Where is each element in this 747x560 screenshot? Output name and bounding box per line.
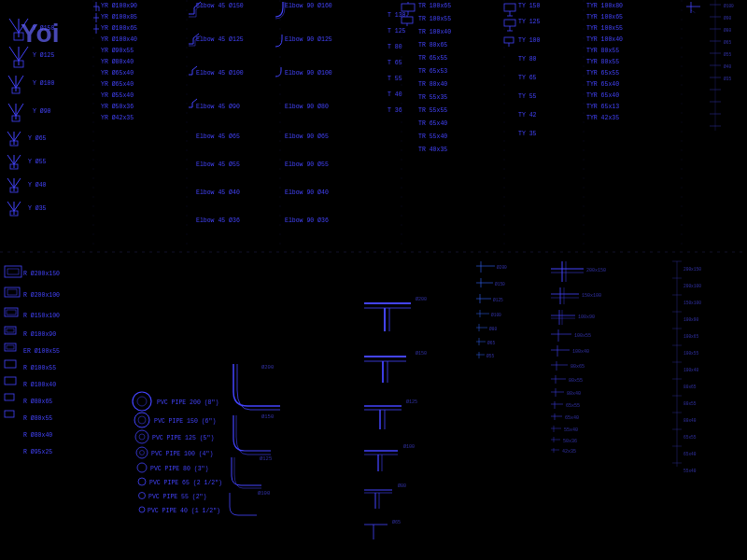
- svg-text:TR 55x40: TR 55x40: [418, 133, 447, 140]
- svg-text:Ø65: Ø65: [724, 39, 731, 45]
- svg-text:TYR 80x55: TYR 80x55: [586, 48, 619, 54]
- svg-text:R Ø80x55: R Ø80x55: [23, 414, 52, 422]
- svg-text:Elbow 90 Ø55: Elbow 90 Ø55: [285, 161, 329, 168]
- svg-text:65x55: 65x55: [684, 435, 697, 440]
- svg-text:100x40: 100x40: [684, 368, 699, 372]
- svg-text:Y Ø40: Y Ø40: [28, 181, 47, 189]
- svg-text:Y Ø90: Y Ø90: [33, 107, 51, 115]
- svg-text:Elbow 90 Ø36: Elbow 90 Ø36: [285, 217, 329, 224]
- svg-text:TYR 100x55: TYR 100x55: [586, 25, 623, 32]
- svg-text:YR Ø65x40: YR Ø65x40: [101, 80, 134, 88]
- main-canvas: Y Ø150 Y Ø125 Y Ø100 Y Ø90: [0, 0, 747, 560]
- svg-text:YR Ø100x40: YR Ø100x40: [101, 35, 137, 43]
- svg-text:100x65: 100x65: [684, 334, 699, 339]
- svg-text:PVC PIPE 65 (2 1/2"): PVC PIPE 65 (2 1/2"): [149, 480, 222, 486]
- svg-text:TY 55: TY 55: [518, 93, 537, 100]
- svg-text:TR 55x35: TR 55x35: [418, 94, 447, 101]
- svg-text:YR Ø50x36: YR Ø50x36: [101, 103, 134, 110]
- svg-text:T 80: T 80: [388, 44, 402, 50]
- svg-text:TR 100x65: TR 100x65: [418, 3, 451, 9]
- svg-text:Y Ø125: Y Ø125: [33, 51, 55, 59]
- svg-text:Ø40: Ø40: [724, 63, 731, 69]
- svg-text:R Ø80x40: R Ø80x40: [23, 431, 52, 439]
- svg-text:T 130: T 130: [388, 12, 406, 19]
- svg-text:Ø65: Ø65: [392, 519, 401, 525]
- svg-text:R Ø100x55: R Ø100x55: [23, 364, 56, 371]
- svg-text:PVC PIPE 150 (6"): PVC PIPE 150 (6"): [154, 418, 216, 425]
- svg-text:YR Ø42x35: YR Ø42x35: [101, 114, 134, 121]
- svg-text:Elbow 45 Ø36: Elbow 45 Ø36: [196, 217, 240, 224]
- svg-text:Elbow 90 Ø65: Elbow 90 Ø65: [285, 133, 329, 140]
- svg-text:Ø150: Ø150: [495, 281, 505, 287]
- svg-text:PVC PIPE 125 (5"): PVC PIPE 125 (5"): [152, 435, 214, 441]
- svg-text:Elbow 45 Ø90: Elbow 45 Ø90: [196, 103, 240, 110]
- svg-text:TR 65x55: TR 65x55: [418, 55, 447, 62]
- svg-text:65x40: 65x40: [565, 415, 579, 421]
- svg-text:Elbow 90 Ø40: Elbow 90 Ø40: [285, 189, 329, 196]
- svg-text:Ø125: Ø125: [260, 455, 272, 462]
- svg-text:Ø200: Ø200: [497, 264, 507, 270]
- svg-text:TY 125: TY 125: [518, 19, 541, 25]
- svg-text:Yoi: Yoi: [21, 19, 59, 48]
- svg-text:TYR 65x55: TYR 65x55: [586, 70, 619, 77]
- svg-text:TR 80x40: TR 80x40: [418, 81, 447, 88]
- svg-text:Ø80: Ø80: [724, 27, 731, 33]
- svg-text:Ø100: Ø100: [724, 3, 734, 8]
- svg-text:YR Ø100x90: YR Ø100x90: [101, 2, 137, 9]
- svg-text:R Ø150x100: R Ø150x100: [23, 312, 60, 319]
- svg-text:PVC PIPE 200 (8"): PVC PIPE 200 (8"): [157, 399, 218, 406]
- svg-text:TY 150: TY 150: [518, 3, 541, 9]
- svg-text:Ø200: Ø200: [416, 296, 427, 302]
- svg-text:TYR 42x35: TYR 42x35: [586, 115, 619, 121]
- svg-text:TY 80: TY 80: [518, 56, 537, 63]
- svg-text:Ø80: Ø80: [489, 326, 497, 331]
- svg-text:TYR 100x65: TYR 100x65: [586, 14, 623, 21]
- svg-text:Y Ø35: Y Ø35: [28, 204, 47, 212]
- svg-text:50x36: 50x36: [563, 439, 577, 444]
- svg-text:T 40: T 40: [388, 91, 402, 98]
- svg-text:TYR 65x40: TYR 65x40: [586, 81, 619, 88]
- svg-text:Y Ø65: Y Ø65: [28, 134, 47, 142]
- svg-text:80x65: 80x65: [571, 364, 585, 370]
- svg-text:100x55: 100x55: [574, 333, 591, 339]
- drawing-svg: Y Ø150 Y Ø125 Y Ø100 Y Ø90: [0, 0, 747, 560]
- svg-text:Ø35: Ø35: [724, 76, 731, 81]
- svg-text:T 125: T 125: [388, 28, 406, 35]
- svg-text:Ø150: Ø150: [261, 413, 274, 420]
- svg-text:Ø90: Ø90: [724, 15, 731, 21]
- svg-text:100x90: 100x90: [684, 317, 699, 322]
- svg-text:100x90: 100x90: [578, 315, 595, 320]
- svg-text:55x40: 55x40: [684, 469, 697, 473]
- svg-text:150x100: 150x100: [684, 301, 701, 305]
- svg-text:Ø150: Ø150: [416, 350, 427, 357]
- svg-text:ER Ø100x55: ER Ø100x55: [23, 347, 60, 355]
- svg-text:R Ø200x100: R Ø200x100: [23, 291, 60, 299]
- svg-text:TR 40x35: TR 40x35: [418, 147, 447, 153]
- svg-text:80x55: 80x55: [684, 401, 697, 406]
- svg-text:YR Ø80x40: YR Ø80x40: [101, 58, 134, 65]
- svg-text:R Ø80x65: R Ø80x65: [23, 398, 52, 405]
- svg-text:80x65: 80x65: [684, 385, 697, 389]
- svg-text:YR Ø65x40: YR Ø65x40: [101, 69, 134, 77]
- svg-text:Ø125: Ø125: [493, 297, 503, 302]
- svg-text:TR 100x55: TR 100x55: [418, 16, 451, 22]
- svg-text:TYR 80x55: TYR 80x55: [586, 59, 619, 65]
- svg-text:Ø80: Ø80: [398, 483, 406, 489]
- svg-text:80x40: 80x40: [567, 391, 581, 397]
- svg-text:Ø100: Ø100: [491, 312, 501, 317]
- svg-text:PVC PIPE 100 (4"): PVC PIPE 100 (4"): [151, 451, 213, 457]
- svg-text:Elbow 45 Ø150: Elbow 45 Ø150: [196, 2, 244, 9]
- svg-text:TR 80x65: TR 80x65: [418, 42, 447, 49]
- svg-text:YR Ø55x40: YR Ø55x40: [101, 91, 134, 99]
- svg-text:200x150: 200x150: [586, 268, 606, 273]
- svg-text:100x55: 100x55: [684, 351, 699, 356]
- svg-text:Elbow 45 Ø100: Elbow 45 Ø100: [196, 69, 244, 77]
- svg-text:42x35: 42x35: [562, 449, 576, 455]
- svg-text:Ø200: Ø200: [261, 364, 274, 371]
- svg-text:R Ø95x25: R Ø95x25: [23, 448, 52, 455]
- svg-text:Elbow 90 Ø100: Elbow 90 Ø100: [285, 69, 332, 77]
- svg-text:TYR 100x80: TYR 100x80: [586, 3, 623, 9]
- svg-text:PVC PIPE 40 (1 1/2"): PVC PIPE 40 (1 1/2"): [148, 508, 220, 514]
- svg-text:Y Ø55: Y Ø55: [28, 158, 47, 165]
- svg-text:Elbow 90 Ø125: Elbow 90 Ø125: [285, 35, 332, 43]
